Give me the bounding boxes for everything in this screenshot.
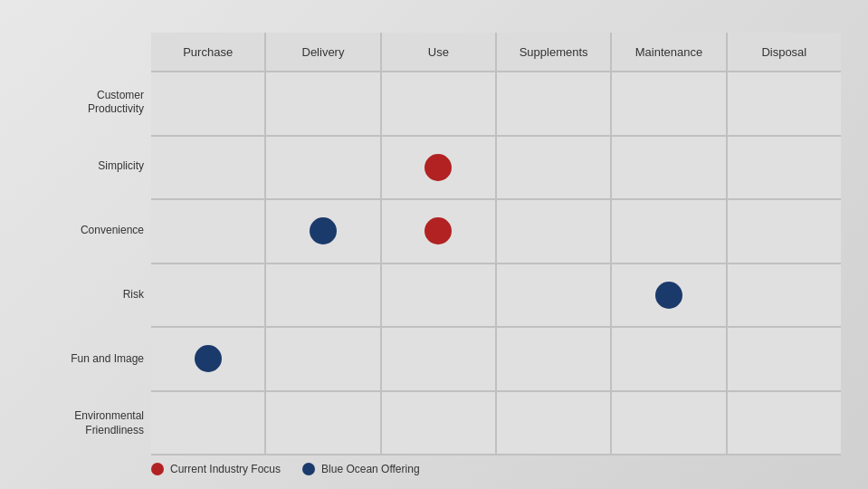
grid-rows bbox=[151, 71, 841, 455]
row-label: Fun and Image bbox=[56, 327, 151, 391]
blue-dot bbox=[195, 345, 222, 372]
col-header: Use bbox=[382, 33, 497, 71]
grid-cell bbox=[382, 72, 497, 135]
blue-dot bbox=[310, 217, 337, 244]
grid-cell bbox=[266, 392, 381, 455]
row-label: Risk bbox=[56, 263, 151, 327]
col-header: Supplements bbox=[497, 33, 612, 71]
grid-cell bbox=[266, 264, 381, 327]
legend-item: Blue Ocean Offering bbox=[302, 463, 420, 475]
blue-dot bbox=[655, 282, 682, 309]
row-label: Customer Productivity bbox=[56, 71, 151, 135]
grid-cell bbox=[497, 328, 612, 390]
grid-cell bbox=[382, 392, 497, 455]
grid-cell bbox=[497, 200, 612, 263]
grid-row bbox=[151, 71, 841, 135]
grid-row bbox=[151, 135, 841, 199]
red-dot bbox=[424, 217, 452, 244]
grid-cell bbox=[612, 137, 727, 199]
grid-cell bbox=[497, 392, 612, 455]
grid-cell bbox=[497, 137, 612, 199]
grid-cell bbox=[151, 264, 266, 327]
grid-cell bbox=[497, 264, 612, 327]
grid-cell bbox=[728, 392, 841, 455]
grid-cell bbox=[151, 328, 266, 390]
grid-row bbox=[151, 390, 841, 456]
row-label: Environmental Friendliness bbox=[56, 391, 151, 455]
grid-cell bbox=[266, 200, 381, 263]
col-header: Purchase bbox=[151, 33, 266, 71]
column-headers: PurchaseDeliveryUseSupplementsMaintenanc… bbox=[151, 33, 841, 71]
grid-cell bbox=[382, 264, 497, 327]
grid-cell bbox=[728, 72, 841, 135]
grid-cell bbox=[266, 72, 381, 135]
grid-cell bbox=[497, 72, 612, 135]
grid: PurchaseDeliveryUseSupplementsMaintenanc… bbox=[151, 33, 841, 455]
legend: Current Industry FocusBlue Ocean Offerin… bbox=[151, 463, 841, 475]
grid-row bbox=[151, 326, 841, 390]
legend-label: Blue Ocean Offering bbox=[321, 463, 420, 475]
grid-cell bbox=[728, 137, 841, 199]
grid-cell bbox=[728, 264, 841, 327]
grid-cell bbox=[266, 137, 381, 199]
grid-row bbox=[151, 198, 841, 263]
grid-row bbox=[151, 263, 841, 327]
legend-blue-dot bbox=[302, 463, 315, 475]
grid-cell bbox=[728, 200, 841, 263]
col-header: Disposal bbox=[728, 33, 841, 71]
row-label: Simplicity bbox=[56, 135, 151, 199]
grid-cell bbox=[151, 72, 266, 135]
grid-cell bbox=[266, 328, 381, 390]
legend-red-dot bbox=[151, 463, 164, 475]
row-label: Convenience bbox=[56, 199, 151, 264]
grid-cell bbox=[728, 328, 841, 390]
grid-cell bbox=[151, 392, 266, 455]
grid-cell bbox=[382, 200, 497, 263]
red-dot bbox=[424, 154, 452, 181]
grid-cell bbox=[382, 137, 497, 199]
grid-cell bbox=[612, 264, 727, 327]
grid-cell bbox=[612, 392, 727, 455]
grid-cell bbox=[382, 328, 497, 390]
grid-cell bbox=[151, 200, 266, 263]
row-labels: Customer ProductivitySimplicityConvenien… bbox=[56, 71, 151, 455]
col-header: Delivery bbox=[266, 33, 381, 71]
grid-cell bbox=[612, 200, 727, 263]
grid-cell bbox=[151, 137, 266, 199]
col-header: Maintenance bbox=[612, 33, 727, 71]
legend-label: Current Industry Focus bbox=[170, 463, 281, 475]
grid-cell bbox=[612, 72, 727, 135]
grid-cell bbox=[612, 328, 727, 390]
legend-item: Current Industry Focus bbox=[151, 463, 281, 475]
